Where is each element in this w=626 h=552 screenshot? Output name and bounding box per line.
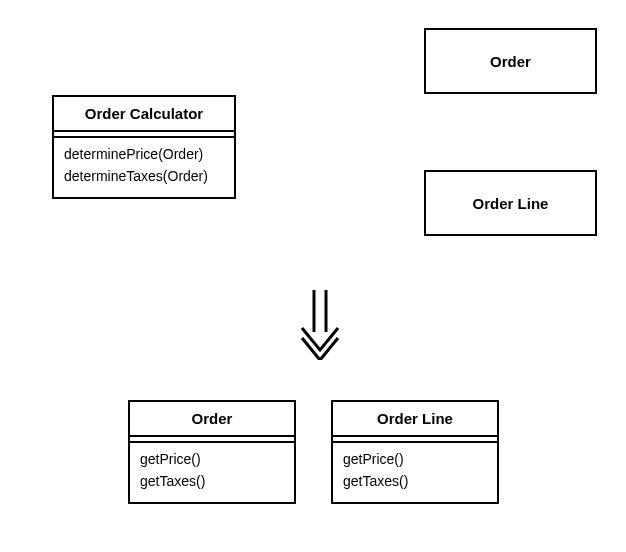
- class-method: determineTaxes(Order): [64, 166, 224, 188]
- class-box-order-calculator: Order Calculator determinePrice(Order) d…: [52, 95, 236, 199]
- class-box-order-line-bottom: Order Line getPrice() getTaxes(): [331, 400, 499, 504]
- class-box-order-top: Order: [424, 28, 597, 94]
- class-method: getPrice(): [343, 449, 487, 471]
- class-title: Order Calculator: [54, 97, 234, 130]
- class-method: getTaxes(): [343, 471, 487, 493]
- transform-arrow-icon: [300, 290, 340, 360]
- class-method: getPrice(): [140, 449, 284, 471]
- class-method: determinePrice(Order): [64, 144, 224, 166]
- class-methods: determinePrice(Order) determineTaxes(Ord…: [54, 138, 234, 197]
- class-box-order-line-top: Order Line: [424, 170, 597, 236]
- class-methods: getPrice() getTaxes(): [130, 443, 294, 502]
- diagram-stage: Order Calculator determinePrice(Order) d…: [0, 0, 626, 552]
- class-title: Order: [130, 402, 294, 435]
- class-methods: getPrice() getTaxes(): [333, 443, 497, 502]
- class-title: Order: [490, 53, 531, 70]
- class-method: getTaxes(): [140, 471, 284, 493]
- class-box-order-bottom: Order getPrice() getTaxes(): [128, 400, 296, 504]
- class-title: Order Line: [333, 402, 497, 435]
- class-title: Order Line: [473, 195, 549, 212]
